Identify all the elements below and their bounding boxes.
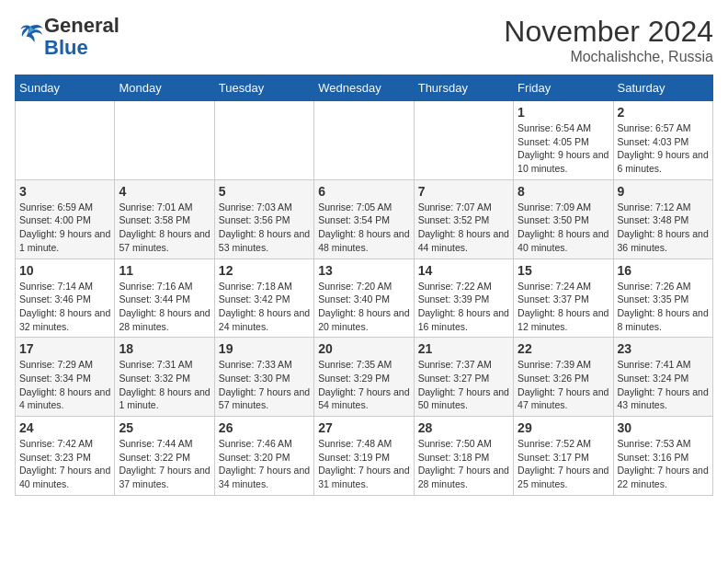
calendar-week-row: 3Sunrise: 6:59 AM Sunset: 4:00 PM Daylig…	[16, 179, 713, 259]
day-info: Sunrise: 7:05 AM Sunset: 3:54 PM Dayligh…	[318, 201, 409, 255]
day-of-week-header: Sunday	[16, 75, 115, 101]
day-number: 13	[318, 263, 409, 278]
day-info: Sunrise: 7:48 AM Sunset: 3:19 PM Dayligh…	[318, 437, 409, 491]
calendar-cell: 16Sunrise: 7:26 AM Sunset: 3:35 PM Dayli…	[613, 259, 712, 338]
day-number: 23	[618, 341, 709, 356]
location-title: Mochalishche, Russia	[504, 49, 713, 65]
day-info: Sunrise: 6:54 AM Sunset: 4:05 PM Dayligh…	[518, 121, 609, 176]
day-info: Sunrise: 7:24 AM Sunset: 3:37 PM Dayligh…	[518, 280, 609, 334]
calendar-cell: 3Sunrise: 6:59 AM Sunset: 4:00 PM Daylig…	[16, 179, 115, 259]
calendar-header-row: SundayMondayTuesdayWednesdayThursdayFrid…	[16, 75, 713, 101]
day-info: Sunrise: 7:07 AM Sunset: 3:52 PM Dayligh…	[418, 201, 509, 255]
day-info: Sunrise: 7:12 AM Sunset: 3:48 PM Dayligh…	[618, 201, 709, 255]
day-number: 24	[19, 420, 110, 435]
calendar-cell	[115, 101, 214, 180]
day-info: Sunrise: 7:42 AM Sunset: 3:23 PM Dayligh…	[19, 437, 110, 491]
day-of-week-header: Saturday	[613, 75, 712, 101]
calendar-cell: 27Sunrise: 7:48 AM Sunset: 3:19 PM Dayli…	[314, 417, 414, 496]
calendar-cell: 4Sunrise: 7:01 AM Sunset: 3:58 PM Daylig…	[115, 179, 214, 259]
day-number: 3	[19, 184, 110, 199]
calendar-cell: 23Sunrise: 7:41 AM Sunset: 3:24 PM Dayli…	[613, 338, 712, 417]
calendar-cell: 1Sunrise: 6:54 AM Sunset: 4:05 PM Daylig…	[514, 101, 613, 180]
calendar-cell: 29Sunrise: 7:52 AM Sunset: 3:17 PM Dayli…	[514, 417, 613, 496]
day-info: Sunrise: 7:22 AM Sunset: 3:39 PM Dayligh…	[418, 280, 509, 334]
day-number: 28	[418, 420, 509, 435]
day-info: Sunrise: 7:03 AM Sunset: 3:56 PM Dayligh…	[219, 201, 310, 255]
day-number: 2	[618, 105, 709, 120]
day-info: Sunrise: 7:14 AM Sunset: 3:46 PM Dayligh…	[19, 280, 110, 334]
day-number: 11	[119, 263, 210, 278]
day-info: Sunrise: 7:41 AM Sunset: 3:24 PM Dayligh…	[618, 358, 709, 412]
day-info: Sunrise: 7:26 AM Sunset: 3:35 PM Dayligh…	[618, 280, 709, 334]
calendar-cell	[414, 101, 513, 180]
calendar-cell: 14Sunrise: 7:22 AM Sunset: 3:39 PM Dayli…	[414, 259, 513, 338]
day-info: Sunrise: 7:50 AM Sunset: 3:18 PM Dayligh…	[418, 437, 509, 491]
day-info: Sunrise: 6:59 AM Sunset: 4:00 PM Dayligh…	[19, 201, 110, 255]
day-number: 10	[19, 263, 110, 278]
day-number: 20	[318, 341, 409, 356]
calendar-cell: 18Sunrise: 7:31 AM Sunset: 3:32 PM Dayli…	[115, 338, 214, 417]
logo: GeneralBlue	[15, 15, 119, 59]
calendar-cell: 6Sunrise: 7:05 AM Sunset: 3:54 PM Daylig…	[314, 179, 414, 259]
day-number: 7	[418, 184, 509, 199]
day-info: Sunrise: 7:18 AM Sunset: 3:42 PM Dayligh…	[219, 280, 310, 334]
day-number: 14	[418, 263, 509, 278]
calendar-cell: 17Sunrise: 7:29 AM Sunset: 3:34 PM Dayli…	[16, 338, 115, 417]
day-number: 5	[219, 184, 310, 199]
day-info: Sunrise: 7:39 AM Sunset: 3:26 PM Dayligh…	[518, 358, 609, 412]
day-number: 26	[219, 420, 310, 435]
calendar-cell: 20Sunrise: 7:35 AM Sunset: 3:29 PM Dayli…	[314, 338, 414, 417]
calendar-table: SundayMondayTuesdayWednesdayThursdayFrid…	[15, 75, 713, 496]
day-info: Sunrise: 7:33 AM Sunset: 3:30 PM Dayligh…	[219, 358, 310, 412]
day-number: 19	[219, 341, 310, 356]
calendar-cell: 21Sunrise: 7:37 AM Sunset: 3:27 PM Dayli…	[414, 338, 513, 417]
calendar-cell: 30Sunrise: 7:53 AM Sunset: 3:16 PM Dayli…	[613, 417, 712, 496]
calendar-cell: 24Sunrise: 7:42 AM Sunset: 3:23 PM Dayli…	[16, 417, 115, 496]
day-info: Sunrise: 7:29 AM Sunset: 3:34 PM Dayligh…	[19, 358, 110, 412]
calendar-cell: 22Sunrise: 7:39 AM Sunset: 3:26 PM Dayli…	[514, 338, 613, 417]
day-number: 25	[119, 420, 210, 435]
logo-icon	[17, 21, 44, 49]
calendar-week-row: 10Sunrise: 7:14 AM Sunset: 3:46 PM Dayli…	[16, 259, 713, 338]
day-of-week-header: Wednesday	[314, 75, 414, 101]
page-header: GeneralBlue November 2024 Mochalishche, …	[15, 15, 713, 65]
month-title: November 2024	[504, 15, 713, 49]
day-number: 1	[518, 105, 609, 120]
day-number: 15	[518, 263, 609, 278]
day-info: Sunrise: 7:35 AM Sunset: 3:29 PM Dayligh…	[318, 358, 409, 412]
calendar-cell: 26Sunrise: 7:46 AM Sunset: 3:20 PM Dayli…	[214, 417, 313, 496]
day-info: Sunrise: 7:01 AM Sunset: 3:58 PM Dayligh…	[119, 201, 210, 255]
calendar-cell	[314, 101, 414, 180]
calendar-cell: 19Sunrise: 7:33 AM Sunset: 3:30 PM Dayli…	[214, 338, 313, 417]
day-number: 4	[119, 184, 210, 199]
day-info: Sunrise: 7:31 AM Sunset: 3:32 PM Dayligh…	[119, 358, 210, 412]
calendar-cell: 7Sunrise: 7:07 AM Sunset: 3:52 PM Daylig…	[414, 179, 513, 259]
calendar-cell: 5Sunrise: 7:03 AM Sunset: 3:56 PM Daylig…	[214, 179, 313, 259]
title-block: November 2024 Mochalishche, Russia	[504, 15, 713, 65]
day-info: Sunrise: 6:57 AM Sunset: 4:03 PM Dayligh…	[618, 121, 709, 176]
calendar-cell: 12Sunrise: 7:18 AM Sunset: 3:42 PM Dayli…	[214, 259, 313, 338]
calendar-cell: 2Sunrise: 6:57 AM Sunset: 4:03 PM Daylig…	[613, 101, 712, 180]
day-number: 8	[518, 184, 609, 199]
calendar-cell: 10Sunrise: 7:14 AM Sunset: 3:46 PM Dayli…	[16, 259, 115, 338]
calendar-cell: 28Sunrise: 7:50 AM Sunset: 3:18 PM Dayli…	[414, 417, 513, 496]
day-info: Sunrise: 7:16 AM Sunset: 3:44 PM Dayligh…	[119, 280, 210, 334]
day-of-week-header: Tuesday	[214, 75, 313, 101]
day-number: 18	[119, 341, 210, 356]
calendar-cell: 25Sunrise: 7:44 AM Sunset: 3:22 PM Dayli…	[115, 417, 214, 496]
calendar-cell	[16, 101, 115, 180]
day-number: 16	[618, 263, 709, 278]
day-info: Sunrise: 7:53 AM Sunset: 3:16 PM Dayligh…	[618, 437, 709, 491]
day-number: 27	[318, 420, 409, 435]
calendar-cell: 8Sunrise: 7:09 AM Sunset: 3:50 PM Daylig…	[514, 179, 613, 259]
calendar-cell: 13Sunrise: 7:20 AM Sunset: 3:40 PM Dayli…	[314, 259, 414, 338]
calendar-cell: 11Sunrise: 7:16 AM Sunset: 3:44 PM Dayli…	[115, 259, 214, 338]
calendar-week-row: 1Sunrise: 6:54 AM Sunset: 4:05 PM Daylig…	[16, 101, 713, 180]
day-info: Sunrise: 7:52 AM Sunset: 3:17 PM Dayligh…	[518, 437, 609, 491]
day-number: 29	[518, 420, 609, 435]
day-info: Sunrise: 7:20 AM Sunset: 3:40 PM Dayligh…	[318, 280, 409, 334]
day-number: 12	[219, 263, 310, 278]
day-of-week-header: Monday	[115, 75, 214, 101]
day-info: Sunrise: 7:46 AM Sunset: 3:20 PM Dayligh…	[219, 437, 310, 491]
logo-text: GeneralBlue	[44, 15, 119, 59]
